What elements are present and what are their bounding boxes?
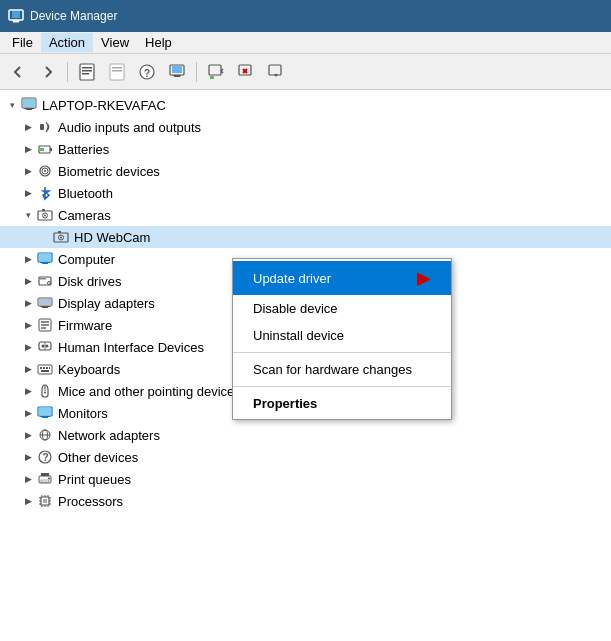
tree-item-audio[interactable]: ▶ Audio inputs and outputs (0, 116, 611, 138)
context-menu-uninstall-device[interactable]: Uninstall device (233, 322, 451, 349)
expander-otherdevices[interactable]: ▶ (20, 449, 36, 465)
svg-rect-47 (40, 262, 50, 263)
svg-point-83 (48, 478, 50, 480)
label-printqueues: Print queues (58, 472, 131, 487)
svg-rect-54 (40, 306, 50, 307)
icon-root (20, 96, 38, 114)
context-menu-scan-hardware-label: Scan for hardware changes (253, 362, 412, 377)
label-batteries: Batteries (58, 142, 109, 157)
svg-rect-53 (42, 307, 48, 308)
expander-root[interactable]: ▾ (4, 97, 20, 113)
svg-rect-2 (13, 21, 19, 23)
expander-bluetooth[interactable]: ▶ (20, 185, 36, 201)
expander-diskdrives[interactable]: ▶ (20, 273, 36, 289)
menu-action[interactable]: Action (41, 33, 93, 52)
icon-cameras (36, 206, 54, 224)
svg-rect-31 (40, 148, 44, 151)
svg-rect-17 (209, 65, 221, 75)
uninstall-button[interactable] (232, 58, 260, 86)
expander-printqueues[interactable]: ▶ (20, 471, 36, 487)
svg-rect-50 (40, 278, 46, 280)
menu-help[interactable]: Help (137, 33, 180, 52)
svg-point-35 (44, 170, 46, 172)
expander-processors[interactable]: ▶ (20, 493, 36, 509)
expander-biometric[interactable]: ▶ (20, 163, 36, 179)
label-keyboards: Keyboards (58, 362, 120, 377)
toolbar-sep-1 (67, 62, 68, 82)
svg-point-70 (44, 392, 46, 394)
svg-rect-64 (40, 367, 42, 369)
context-menu-update-driver[interactable]: Update driver ▶ (233, 261, 451, 295)
svg-rect-7 (82, 73, 89, 75)
svg-rect-15 (174, 76, 180, 77)
tree-item-otherdevices[interactable]: ▶ ? Other devices (0, 446, 611, 468)
icon-mice (36, 382, 54, 400)
menu-view[interactable]: View (93, 33, 137, 52)
icon-processors (36, 492, 54, 510)
svg-rect-66 (46, 367, 48, 369)
label-otherdevices: Other devices (58, 450, 138, 465)
expander-mice[interactable]: ▶ (20, 383, 36, 399)
svg-rect-24 (269, 65, 281, 75)
doc-button[interactable] (103, 58, 131, 86)
tree-item-hdwebcam[interactable]: HD WebCam (0, 226, 611, 248)
svg-rect-74 (40, 416, 50, 417)
main-content: ▾ LAPTOP-RKEVAFAC ▶ Audio (0, 90, 611, 641)
svg-rect-57 (41, 324, 49, 326)
svg-point-60 (42, 345, 45, 348)
svg-rect-32 (50, 148, 52, 151)
forward-button[interactable] (34, 58, 62, 86)
tree-item-networkadapters[interactable]: ▶ Network adapters (0, 424, 611, 446)
tree-item-batteries[interactable]: ▶ Batteries (0, 138, 611, 160)
red-arrow-icon: ▶ (417, 267, 431, 289)
context-menu-scan-hardware[interactable]: Scan for hardware changes (233, 356, 451, 383)
tree-item-processors[interactable]: ▶ Proces (0, 490, 611, 512)
expander-displayadapters[interactable]: ▶ (20, 295, 36, 311)
expander-humaninterface[interactable]: ▶ (20, 339, 36, 355)
expander-firmware[interactable]: ▶ (20, 317, 36, 333)
tree-item-cameras[interactable]: ▾ Cameras (0, 204, 611, 226)
label-diskdrives: Disk drives (58, 274, 122, 289)
expander-monitors[interactable]: ▶ (20, 405, 36, 421)
expander-cameras[interactable]: ▾ (20, 207, 36, 223)
svg-rect-43 (58, 231, 61, 233)
svg-rect-46 (42, 263, 48, 264)
expander-audio[interactable]: ▶ (20, 119, 36, 135)
svg-point-49 (48, 282, 51, 285)
expander-keyboards[interactable]: ▶ (20, 361, 36, 377)
expander-computer[interactable]: ▶ (20, 251, 36, 267)
svg-rect-20 (210, 76, 214, 79)
svg-rect-28 (24, 108, 34, 109)
monitor-button[interactable] (163, 58, 191, 86)
context-menu-properties[interactable]: Properties (233, 390, 451, 417)
svg-rect-68 (41, 370, 49, 372)
svg-rect-5 (82, 67, 92, 69)
icon-audio (36, 118, 54, 136)
toolbar: ? (0, 54, 611, 90)
menu-file[interactable]: File (4, 33, 41, 52)
help-button[interactable]: ? (133, 58, 161, 86)
tree-item-root[interactable]: ▾ LAPTOP-RKEVAFAC (0, 94, 611, 116)
svg-point-42 (60, 237, 62, 239)
label-cameras: Cameras (58, 208, 111, 223)
properties-button[interactable] (73, 58, 101, 86)
icon-printqueues (36, 470, 54, 488)
title-bar-text: Device Manager (30, 9, 117, 23)
svg-rect-1 (12, 11, 20, 18)
scan-button[interactable] (202, 58, 230, 86)
expander-batteries[interactable]: ▶ (20, 141, 36, 157)
svg-rect-9 (112, 67, 122, 69)
icon-monitors (36, 404, 54, 422)
svg-rect-63 (38, 365, 52, 374)
tree-item-bluetooth[interactable]: ▶ Bluetooth (0, 182, 611, 204)
expander-networkadapters[interactable]: ▶ (20, 427, 36, 443)
back-button[interactable] (4, 58, 32, 86)
rollback-button[interactable] (262, 58, 290, 86)
label-audio: Audio inputs and outputs (58, 120, 201, 135)
context-menu-disable-device[interactable]: Disable device (233, 295, 451, 322)
svg-rect-73 (42, 417, 48, 418)
tree-item-printqueues[interactable]: ▶ Print queues (0, 468, 611, 490)
svg-rect-10 (112, 70, 122, 72)
svg-rect-45 (39, 254, 51, 261)
tree-item-biometric[interactable]: ▶ Biometric devices (0, 160, 611, 182)
